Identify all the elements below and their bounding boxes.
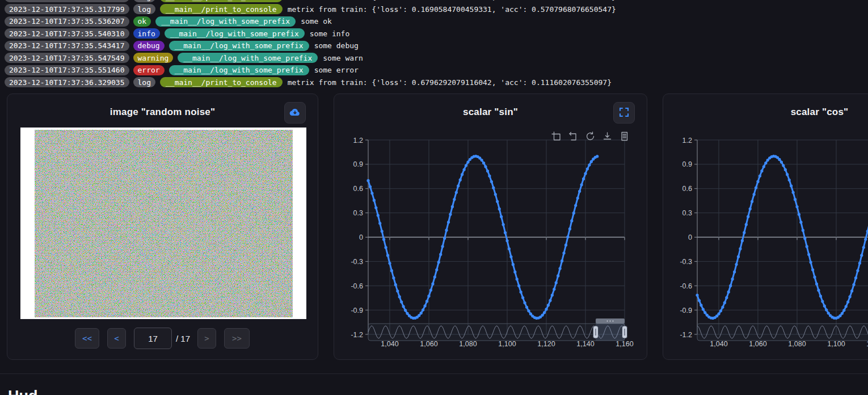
log-row: 2023-12-10T17:37:35.551460 error __main_…	[0, 64, 868, 77]
timestamp-badge: 2023-12-10T17:37:35.317799	[5, 4, 129, 14]
svg-text:0.9: 0.9	[353, 160, 363, 168]
timestamp-badge: 2023-12-10T17:37:35.547549	[5, 53, 129, 63]
svg-text:-0.6: -0.6	[351, 282, 363, 290]
zoom-revert-icon[interactable]	[568, 131, 578, 141]
fullscreen-icon	[619, 107, 629, 119]
data-view-icon[interactable]	[620, 131, 629, 141]
svg-text:1.2: 1.2	[353, 137, 363, 145]
timestamp-badge: 2023-12-10T17:37:35.540310	[5, 28, 129, 39]
svg-text:1,040: 1,040	[710, 340, 727, 348]
next-page-button[interactable]: >	[197, 328, 216, 349]
log-message: some error	[314, 66, 359, 74]
svg-text:-0.9: -0.9	[351, 307, 363, 315]
download-image-button[interactable]	[284, 102, 306, 124]
page-input[interactable]	[134, 328, 172, 349]
log-row: 2023-12-10T17:37:35.317799 log __main__/…	[0, 3, 868, 16]
svg-text:1,040: 1,040	[381, 340, 398, 348]
svg-text:0.6: 0.6	[682, 185, 692, 193]
svg-text:1,080: 1,080	[788, 340, 806, 348]
log-row: 2023-12-10T17:37:36.329035 log __main__/…	[0, 77, 868, 89]
module-badge: __main__/log_with_some_prefix	[155, 16, 296, 27]
svg-text:0.3: 0.3	[682, 209, 692, 217]
module-badge: __main__/log_with_some_prefix	[169, 65, 309, 75]
log-message: metrix from train: {'loss': 0.6796292079…	[288, 78, 612, 87]
log-level-badge: info	[133, 28, 160, 39]
svg-text:-0.3: -0.3	[680, 258, 692, 266]
restore-icon[interactable]	[585, 131, 595, 141]
svg-text:0: 0	[688, 233, 692, 241]
svg-text:-0.9: -0.9	[680, 307, 692, 315]
datazoom-slider[interactable]	[368, 318, 627, 341]
svg-text:0: 0	[359, 233, 363, 241]
log-row: 2023-12-10T17:37:35.540310 info __main__…	[0, 28, 868, 40]
chart-grid	[694, 140, 868, 334]
image-card-title: image "random noise"	[7, 107, 318, 118]
module-badge: __main__/print_to_console	[160, 0, 283, 2]
last-page-button[interactable]: >>	[224, 328, 250, 349]
log-level-badge: log	[133, 4, 155, 14]
log-level-badge: error	[133, 65, 165, 75]
module-badge: __main__/log_with_some_prefix	[178, 53, 318, 63]
svg-text:0.9: 0.9	[682, 160, 692, 168]
log-level-badge: log	[133, 77, 155, 87]
log-message: some ok	[301, 17, 332, 26]
sin-chart-card: 1.20.90.60.30-0.3-0.6-0.9-1.21,0401,0601…	[334, 94, 647, 360]
timestamp-badge: 2023-12-10T17:37:35.536207	[5, 16, 129, 27]
image-figure	[20, 128, 306, 319]
svg-text:1,120: 1,120	[537, 340, 555, 348]
dashboard-page: { "theme": { "page_bg": "#14141b", "card…	[0, 0, 868, 395]
log-row: 2023-12-10T17:37:35.536207 ok __main__/l…	[0, 15, 868, 28]
page-heading: Hud	[8, 388, 37, 395]
save-image-icon[interactable]	[602, 131, 612, 141]
module-badge: __main__/log_with_some_prefix	[169, 41, 309, 51]
log-message: some info	[310, 29, 349, 38]
svg-text:1,140: 1,140	[576, 340, 594, 348]
module-badge: __main__/print_to_console	[160, 77, 283, 87]
first-page-button[interactable]: <<	[75, 328, 99, 349]
log-row: 2023-12-10T17:37:35.543417 debug __main_…	[0, 40, 868, 52]
svg-text:1,080: 1,080	[459, 340, 477, 348]
timestamp-badge: 2023-12-10T17:37:35.543417	[5, 41, 129, 51]
svg-text:1,100: 1,100	[498, 340, 516, 348]
svg-text:-0.6: -0.6	[680, 282, 692, 290]
sin-card-title: scalar "sin"	[334, 107, 647, 118]
svg-text:0.3: 0.3	[353, 209, 363, 217]
svg-text:1.2: 1.2	[682, 137, 692, 145]
image-card: image "random noise" << <	[7, 94, 318, 360]
prev-page-button[interactable]: <	[107, 328, 126, 349]
svg-text:1,060: 1,060	[420, 340, 437, 348]
log-level-badge: debug	[133, 41, 165, 51]
svg-text:1,060: 1,060	[749, 340, 766, 348]
fullscreen-button[interactable]	[613, 102, 635, 124]
timestamp-badge: 2023-12-10T17:37:35.551460	[5, 65, 129, 75]
log-console: 2023-12-10T17:37:35.317799 log __main__/…	[0, 0, 868, 88]
timestamp-badge: 2023-12-10T17:37:36.329035	[5, 77, 129, 87]
log-message: some debug	[314, 41, 359, 50]
module-badge: __main__/print_to_console	[160, 4, 283, 14]
svg-text:1,160: 1,160	[616, 340, 633, 348]
chart-grid	[365, 140, 625, 334]
cos-card-title: scalar "cos"	[663, 107, 868, 118]
zoom-select-icon[interactable]	[551, 131, 561, 141]
svg-text:1,100: 1,100	[827, 340, 845, 348]
svg-text:0.6: 0.6	[353, 185, 363, 193]
chart-toolbox	[551, 131, 629, 141]
svg-text:-1.2: -1.2	[351, 331, 363, 339]
svg-text:-0.3: -0.3	[351, 258, 363, 266]
module-badge: __main__/log_with_some_prefix	[165, 28, 305, 39]
section-divider	[0, 373, 868, 374]
log-level-badge: ok	[133, 16, 151, 27]
cos-chart[interactable]: 1.20.90.60.30-0.3-0.6-0.9-1.21,0401,0601…	[663, 94, 868, 360]
image-pagination: << < / 17 > >>	[75, 328, 250, 349]
axis-labels: 1.20.90.60.30-0.3-0.6-0.9-1.21,0401,0601…	[351, 137, 633, 349]
svg-text:-1.2: -1.2	[680, 331, 692, 339]
cos-chart-card: 1.20.90.60.30-0.3-0.6-0.9-1.21,0401,0601…	[663, 94, 868, 360]
widget-row: image "random noise" << <	[7, 94, 868, 360]
log-level-badge: warning	[133, 53, 174, 63]
datazoom-slider[interactable]	[697, 318, 868, 341]
log-message: metrix from train: {'loss': 0.1690584700…	[288, 0, 616, 1]
page-total-label: / 17	[176, 334, 190, 343]
log-level-badge: log	[133, 0, 155, 2]
log-row: 2023-12-10T17:37:35.547549 warning __mai…	[0, 52, 868, 65]
cloud-download-icon	[289, 107, 301, 120]
